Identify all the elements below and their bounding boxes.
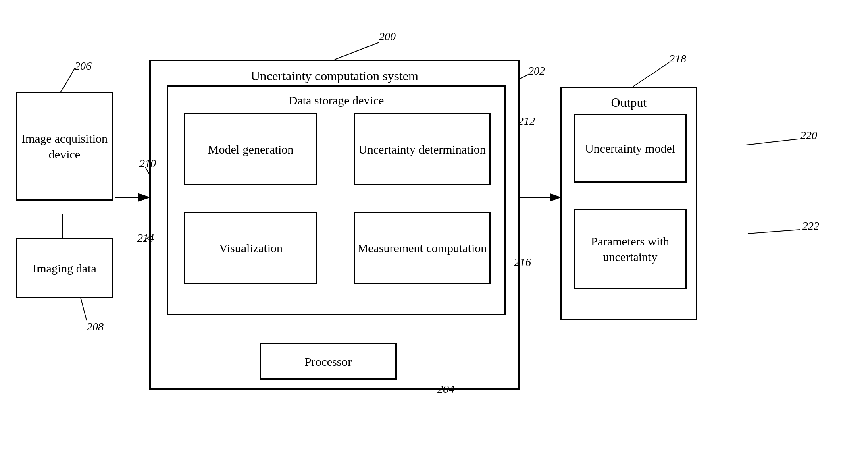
uncertainty-model-box: Uncertainty model <box>574 114 687 183</box>
label-200: 200 <box>379 30 396 43</box>
model-generation-label: Model generation <box>208 141 293 157</box>
imaging-data-label: Imaging data <box>33 260 96 276</box>
uncertainty-determination-box: Uncertainty determination <box>354 113 491 185</box>
data-storage-device-box: Data storage device Model generation Unc… <box>167 85 506 315</box>
svg-line-6 <box>335 42 379 60</box>
uncertainty-computation-system-label: Uncertainty computation system <box>151 68 518 85</box>
measurement-computation-label: Measurement computation <box>358 240 487 256</box>
image-acquisition-device-label: Image acquisition device <box>17 131 112 162</box>
imaging-data-box: Imaging data <box>16 238 113 298</box>
model-generation-box: Model generation <box>184 113 317 185</box>
label-222: 222 <box>802 220 819 232</box>
label-204: 204 <box>437 383 454 396</box>
label-206: 206 <box>75 60 92 73</box>
measurement-computation-box: Measurement computation <box>354 212 491 284</box>
uncertainty-determination-label: Uncertainty determination <box>358 141 486 157</box>
visualization-box: Visualization <box>184 212 317 284</box>
output-outer-box: Output Uncertainty model Parameters with… <box>560 87 697 320</box>
label-202: 202 <box>528 64 545 77</box>
label-218: 218 <box>669 52 686 65</box>
processor-label: Processor <box>305 354 352 369</box>
parameters-with-uncertainty-label: Parameters with uncertainty <box>575 233 685 265</box>
label-214: 214 <box>137 232 154 245</box>
svg-line-17 <box>748 230 800 234</box>
processor-box: Processor <box>260 343 397 380</box>
data-storage-device-label: Data storage device <box>168 92 504 108</box>
uncertainty-computation-system-box: Uncertainty computation system Data stor… <box>149 60 520 390</box>
label-216: 216 <box>514 256 531 269</box>
svg-line-15 <box>633 62 669 87</box>
label-210: 210 <box>139 157 156 170</box>
label-208: 208 <box>87 320 104 333</box>
svg-line-16 <box>746 139 798 145</box>
visualization-label: Visualization <box>219 240 283 256</box>
diagram: Uncertainty computation system Data stor… <box>0 0 868 471</box>
uncertainty-model-label: Uncertainty model <box>585 141 675 156</box>
svg-line-9 <box>60 68 75 93</box>
label-220: 220 <box>800 129 817 142</box>
parameters-with-uncertainty-box: Parameters with uncertainty <box>574 209 687 289</box>
image-acquisition-device-box: Image acquisition device <box>16 92 113 201</box>
label-212: 212 <box>518 115 535 128</box>
output-label: Output <box>562 94 696 111</box>
